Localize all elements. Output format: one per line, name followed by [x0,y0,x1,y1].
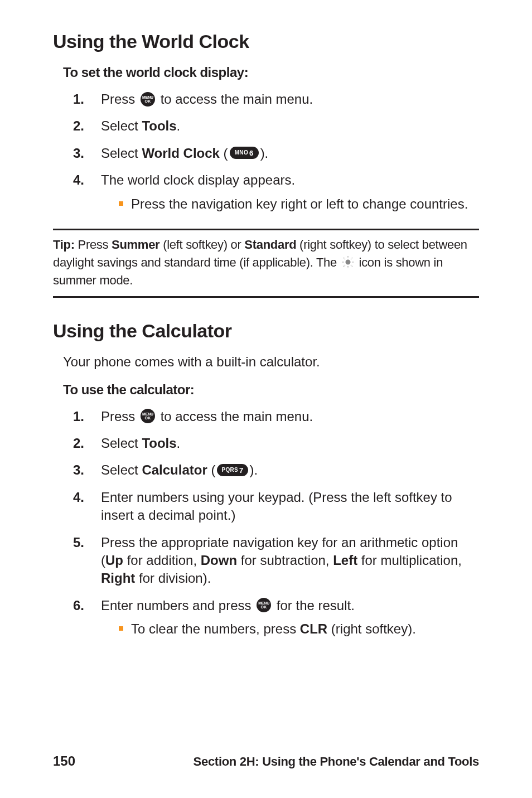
svg-line-6 [351,265,352,267]
step-bold: Tools [142,118,176,133]
sun-icon [341,255,355,269]
step-2: Select Tools. [73,117,479,135]
step-bold: Calculator [142,462,207,477]
menu-ok-key-icon: MENUOK [141,409,155,423]
step-1: Press MENUOK to access the main menu. [73,90,479,108]
step-text: for subtraction, [237,553,333,568]
step-text: ( [220,146,228,161]
heading-calculator: Using the Calculator [53,320,479,342]
page-number: 150 [53,753,75,769]
step-text: Press [101,91,139,107]
tip-bold: Summer [112,238,159,252]
step-text: Press [101,409,139,424]
sub-bullet: Press the navigation key right or left t… [118,195,479,213]
subhead-world-clock: To set the world clock display: [63,65,479,80]
step-4: Enter numbers using your keypad. (Press … [73,489,479,525]
step-2: Select Tools. [73,434,479,452]
step-6: Enter numbers and press MENUOK for the r… [73,597,479,639]
tip-text: Press [78,238,112,252]
section-label: Section 2H: Using the Phone's Calendar a… [194,755,479,769]
step-text: ). [250,462,258,477]
bullet-text: (right softkey). [327,621,416,636]
sub-bullets: Press the navigation key right or left t… [118,195,479,213]
step-text: Enter numbers using your keypad. (Press … [101,490,452,523]
step-text: ( [207,462,216,477]
step-text: to access the main menu. [157,409,313,424]
step-4: The world clock display appears. Press t… [73,171,479,213]
step-bold: Tools [142,436,176,451]
subhead-calculator: To use the calculator: [63,382,479,398]
step-text: Select [101,436,142,451]
step-3: Select Calculator (PQRS7). [73,461,479,479]
svg-line-8 [344,265,345,267]
intro-calculator: Your phone comes with a built-in calcula… [63,354,479,370]
bullet-text: To clear the numbers, press [131,621,300,636]
tip-text: (left softkey) or [159,238,244,252]
step-bold: Left [333,553,357,568]
step-bold: Down [201,553,237,568]
menu-ok-key-icon: MENUOK [257,598,271,612]
step-text: Select [101,118,142,133]
tip-box: Tip: Press Summer (left softkey) or Stan… [53,229,479,298]
step-bold: Up [105,553,123,568]
svg-line-5 [344,258,345,259]
step-bold: World Clock [142,146,220,161]
svg-line-7 [351,258,352,259]
step-text: . [177,118,181,133]
svg-point-0 [345,260,350,265]
menu-ok-key-icon: MENUOK [141,92,155,107]
tip-label: Tip: [53,238,78,252]
step-text: for multiplication, [357,553,462,568]
step-text: The world clock display appears. [101,172,295,187]
step-text: Select [101,146,142,161]
step-text: for the result. [273,598,355,613]
steps-calculator: Press MENUOK to access the main menu. Se… [73,408,479,639]
step-text: Select [101,462,142,477]
pqrs-7-key-icon: PQRS7 [217,464,248,476]
step-bold: Right [101,570,135,586]
step-text: for division). [135,570,211,586]
step-text: ). [260,146,269,161]
step-3: Select World Clock (MNO6). [73,144,479,162]
tip-bold: Standard [244,238,296,252]
heading-world-clock: Using the World Clock [53,31,479,52]
step-1: Press MENUOK to access the main menu. [73,408,479,425]
step-text: Enter numbers and press [101,598,255,613]
page-footer: 150 Section 2H: Using the Phone's Calend… [53,753,479,769]
step-text: to access the main menu. [157,91,313,107]
sub-bullets: To clear the numbers, press CLR (right s… [118,620,479,638]
bullet-bold: CLR [300,621,327,636]
step-text: . [177,436,181,451]
mno-6-key-icon: MNO6 [230,147,259,159]
step-5: Press the appropriate navigation key for… [73,534,479,588]
steps-world-clock: Press MENUOK to access the main menu. Se… [73,90,479,213]
step-text: for addition, [123,553,201,568]
sub-bullet: To clear the numbers, press CLR (right s… [118,620,479,638]
